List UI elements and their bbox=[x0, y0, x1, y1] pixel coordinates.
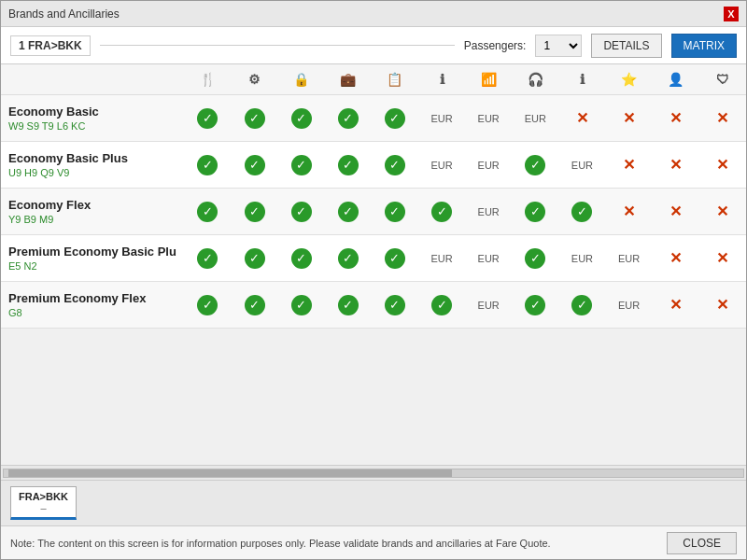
check-icon: ✓ bbox=[385, 248, 405, 269]
bottom-tabs: FRA>BKK – bbox=[1, 480, 746, 525]
data-cell-3-7: ✓ bbox=[512, 235, 558, 282]
brands-ancillaries-window: Brands and Ancillaries X 1 FRA>BKK Passe… bbox=[0, 0, 747, 560]
check-icon: ✓ bbox=[245, 108, 265, 129]
check-icon: ✓ bbox=[291, 108, 312, 129]
data-cell-1-7: ✓ bbox=[512, 142, 558, 189]
scrollbar-track[interactable] bbox=[3, 469, 744, 478]
passengers-label: Passengers: bbox=[464, 39, 527, 52]
info2-icon: ℹ bbox=[580, 72, 585, 87]
data-cell-0-9: ✕ bbox=[606, 95, 653, 142]
shield-icon: 🛡 bbox=[716, 72, 729, 87]
data-cell-1-6: EUR bbox=[465, 142, 512, 189]
cross-icon: ✕ bbox=[669, 203, 682, 219]
data-cell-4-5: ✓ bbox=[418, 282, 465, 329]
cross-icon: ✕ bbox=[576, 110, 588, 126]
header-wifi: 📶 bbox=[465, 64, 512, 95]
brand-codes: G8 bbox=[8, 307, 176, 318]
title-bar: Brands and Ancillaries X bbox=[1, 1, 746, 27]
lock-icon: 🔒 bbox=[293, 72, 309, 87]
brand-name: Economy Basic bbox=[8, 105, 176, 119]
eur-text: EUR bbox=[478, 300, 500, 311]
data-cell-4-6: EUR bbox=[465, 282, 512, 329]
data-cell-4-4: ✓ bbox=[372, 282, 418, 329]
brand-cell-1: Economy Basic PlusU9 H9 Q9 V9 bbox=[1, 142, 184, 189]
check-icon: ✓ bbox=[571, 202, 592, 222]
brand-name: Economy Flex bbox=[8, 198, 176, 212]
header-headset: 🎧 bbox=[512, 64, 558, 95]
check-icon: ✓ bbox=[385, 155, 405, 175]
brand-codes: W9 S9 T9 L6 KC bbox=[8, 120, 176, 132]
brands-table: 🍴 ⚙ 🔒 💼 📋 ℹ 📶 🎧 ℹ ⭐ 👤 🛡 bbox=[1, 64, 746, 329]
check-icon: ✓ bbox=[338, 202, 359, 222]
details-button[interactable]: DETAILS bbox=[591, 34, 661, 58]
data-cell-4-8: ✓ bbox=[558, 282, 605, 329]
data-cell-2-0: ✓ bbox=[184, 189, 231, 235]
data-cell-1-11: ✕ bbox=[699, 142, 746, 189]
data-cell-2-11: ✕ bbox=[699, 189, 746, 235]
window-close-button[interactable]: X bbox=[724, 7, 739, 21]
horizontal-scrollbar[interactable] bbox=[1, 465, 746, 480]
data-cell-0-2: ✓ bbox=[278, 95, 325, 142]
check-icon: ✓ bbox=[291, 155, 312, 175]
brand-cell-4: Premium Economy FlexG8 bbox=[1, 282, 184, 329]
data-cell-1-4: ✓ bbox=[372, 142, 418, 189]
data-cell-0-4: ✓ bbox=[372, 95, 418, 142]
matrix-button[interactable]: MATRIX bbox=[671, 34, 737, 58]
data-cell-0-11: ✕ bbox=[699, 95, 746, 142]
data-cell-3-6: EUR bbox=[465, 235, 512, 282]
table-row: Economy BasicW9 S9 T9 L6 KC✓✓✓✓✓EUREUREU… bbox=[1, 95, 746, 142]
data-cell-3-1: ✓ bbox=[232, 235, 278, 282]
data-cell-2-1: ✓ bbox=[232, 189, 278, 235]
check-icon: ✓ bbox=[291, 295, 312, 315]
passengers-select[interactable]: 1 2 3 bbox=[535, 35, 582, 57]
table-area[interactable]: 🍴 ⚙ 🔒 💼 📋 ℹ 📶 🎧 ℹ ⭐ 👤 🛡 bbox=[1, 64, 746, 465]
header-baggage1: 🔒 bbox=[278, 64, 325, 95]
tab-fra-bkk[interactable]: FRA>BKK – bbox=[10, 486, 77, 520]
status-note: Note: The content on this screen is for … bbox=[10, 538, 667, 549]
cross-icon: ✕ bbox=[623, 203, 635, 219]
tab-sub-label: – bbox=[19, 502, 68, 513]
header-baggage2: 💼 bbox=[325, 64, 372, 95]
check-icon: ✓ bbox=[338, 108, 359, 129]
data-cell-3-0: ✓ bbox=[184, 235, 231, 282]
header-seat: ⚙ bbox=[232, 64, 278, 95]
check-icon: ✓ bbox=[525, 295, 545, 315]
eur-text: EUR bbox=[571, 253, 593, 264]
card-icon: 📋 bbox=[387, 72, 402, 87]
data-cell-0-5: EUR bbox=[418, 95, 465, 142]
table-row: Economy FlexY9 B9 M9✓✓✓✓✓✓EUR✓✓✕✕✕ bbox=[1, 189, 746, 235]
header-person: 👤 bbox=[653, 64, 699, 95]
data-cell-2-3: ✓ bbox=[325, 189, 372, 235]
data-cell-2-7: ✓ bbox=[512, 189, 558, 235]
scrollbar-thumb[interactable] bbox=[8, 469, 452, 477]
eur-text: EUR bbox=[478, 206, 500, 217]
brand-name: Premium Economy Flex bbox=[8, 291, 176, 305]
check-icon: ✓ bbox=[385, 202, 405, 222]
eur-text: EUR bbox=[571, 160, 593, 171]
cross-icon: ✕ bbox=[716, 203, 728, 219]
data-cell-0-6: EUR bbox=[465, 95, 512, 142]
check-icon: ✓ bbox=[245, 155, 265, 175]
header-star: ⭐ bbox=[606, 64, 653, 95]
meal-icon: 🍴 bbox=[200, 72, 216, 87]
table-row: Premium Economy Basic PluE5 N2✓✓✓✓✓EUREU… bbox=[1, 235, 746, 282]
header-info2: ℹ bbox=[558, 64, 605, 95]
data-cell-4-10: ✕ bbox=[653, 282, 699, 329]
main-content: 🍴 ⚙ 🔒 💼 📋 ℹ 📶 🎧 ℹ ⭐ 👤 🛡 bbox=[1, 64, 746, 525]
cross-icon: ✕ bbox=[716, 110, 728, 126]
check-icon: ✓ bbox=[197, 108, 218, 129]
data-cell-4-7: ✓ bbox=[512, 282, 558, 329]
check-icon: ✓ bbox=[385, 295, 405, 315]
data-cell-1-5: EUR bbox=[418, 142, 465, 189]
data-cell-2-6: EUR bbox=[465, 189, 512, 235]
data-cell-4-2: ✓ bbox=[278, 282, 325, 329]
eur-text: EUR bbox=[478, 253, 500, 264]
brand-cell-0: Economy BasicW9 S9 T9 L6 KC bbox=[1, 95, 184, 142]
brand-cell-2: Economy FlexY9 B9 M9 bbox=[1, 189, 184, 235]
check-icon: ✓ bbox=[197, 155, 218, 175]
cross-icon: ✕ bbox=[669, 157, 682, 173]
close-button[interactable]: CLOSE bbox=[667, 532, 737, 554]
person-icon: 👤 bbox=[668, 72, 684, 87]
wifi-icon: 📶 bbox=[481, 72, 497, 87]
data-cell-1-9: ✕ bbox=[606, 142, 653, 189]
